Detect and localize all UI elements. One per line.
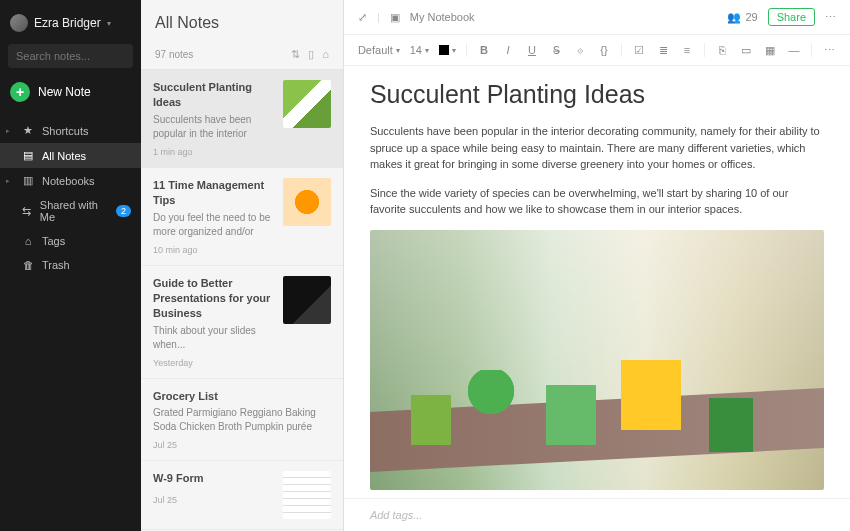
- notes-scroll[interactable]: Succulent Planting Ideas Succulents have…: [141, 70, 343, 531]
- note-item[interactable]: 11 Time Management Tips Do you feel the …: [141, 168, 343, 266]
- color-select[interactable]: ▾: [439, 45, 456, 55]
- plus-icon: +: [10, 82, 30, 102]
- filter-icon[interactable]: ⌂: [322, 48, 329, 61]
- caret-icon: ▸: [6, 177, 14, 185]
- expand-icon[interactable]: ⤢: [358, 11, 367, 24]
- list-header: All Notes: [141, 0, 343, 42]
- paragraph[interactable]: Succulents have been popular in the inte…: [370, 123, 824, 173]
- nav-label: Trash: [42, 259, 70, 271]
- chevron-down-icon: ▾: [452, 46, 456, 55]
- more-format-icon[interactable]: ⋯: [822, 44, 836, 57]
- note-preview: Succulents have been popular in the inte…: [153, 113, 275, 141]
- nav-label: Tags: [42, 235, 65, 247]
- bullet-list-icon[interactable]: ≣: [656, 44, 670, 57]
- color-swatch: [439, 45, 449, 55]
- bold-icon[interactable]: B: [477, 44, 491, 56]
- new-note-label: New Note: [38, 85, 91, 99]
- view-icon[interactable]: ▯: [308, 48, 314, 61]
- nav-label: Shared with Me: [40, 199, 108, 223]
- checklist-icon[interactable]: ☑: [632, 44, 646, 57]
- note-list: All Notes 97 notes ⇅ ▯ ⌂ Succulent Plant…: [141, 0, 344, 531]
- paragraph[interactable]: Since the wide variety of species can be…: [370, 185, 824, 218]
- collaborators[interactable]: 👥 29: [727, 11, 757, 24]
- chevron-down-icon: ▾: [425, 46, 429, 55]
- nav-tags[interactable]: ⌂ Tags: [0, 229, 141, 253]
- table-icon[interactable]: ▦: [763, 44, 777, 57]
- size-select[interactable]: 14 ▾: [410, 44, 429, 56]
- list-subheader: 97 notes ⇅ ▯ ⌂: [141, 42, 343, 70]
- list-title: All Notes: [155, 14, 329, 32]
- note-title: Guide to Better Presentations for your B…: [153, 276, 275, 322]
- note-preview: Think about your slides when...: [153, 324, 275, 352]
- note-item[interactable]: W-9 Form Jul 25: [141, 461, 343, 530]
- search-input[interactable]: [16, 50, 154, 62]
- shared-badge: 2: [116, 205, 131, 217]
- chevron-down-icon: ▾: [396, 46, 400, 55]
- sort-icon[interactable]: ⇅: [291, 48, 300, 61]
- new-note-button[interactable]: + New Note: [10, 82, 131, 102]
- nav-shortcuts[interactable]: ▸ ★ Shortcuts: [0, 118, 141, 143]
- strike-icon[interactable]: S̶: [549, 44, 563, 57]
- avatar: [10, 14, 28, 32]
- link-icon[interactable]: ⟐: [573, 44, 587, 56]
- notebook-name[interactable]: My Notebook: [410, 11, 475, 23]
- nav: ▸ ★ Shortcuts ▤ All Notes ▸ ▥ Notebooks …: [0, 118, 141, 277]
- collab-count: 29: [745, 11, 757, 23]
- code-icon[interactable]: {}: [597, 44, 611, 56]
- note-time: 10 min ago: [153, 245, 275, 255]
- tag-icon: ⌂: [22, 235, 34, 247]
- note-item[interactable]: Grocery List Grated Parmigiano Reggiano …: [141, 379, 343, 461]
- note-title: Succulent Planting Ideas: [153, 80, 275, 111]
- notebook-icon: ▣: [390, 11, 400, 24]
- nav-all-notes[interactable]: ▤ All Notes: [0, 143, 141, 168]
- trash-icon: 🗑: [22, 259, 34, 271]
- underline-icon[interactable]: U: [525, 44, 539, 56]
- tags-input[interactable]: Add tags...: [344, 498, 850, 531]
- note-time: 1 min ago: [153, 147, 275, 157]
- note-title: W-9 Form: [153, 471, 275, 486]
- more-icon[interactable]: ⋯: [825, 11, 836, 24]
- editor-toolbar: Default ▾ 14 ▾ ▾ B I U S̶ ⟐ {} ☑ ≣ ≡ ⎘: [344, 35, 850, 66]
- note-item[interactable]: Succulent Planting Ideas Succulents have…: [141, 70, 343, 168]
- note-item[interactable]: Guide to Better Presentations for your B…: [141, 266, 343, 379]
- user-name: Ezra Bridger: [34, 16, 101, 30]
- nav-label: Notebooks: [42, 175, 95, 187]
- note-preview: Grated Parmigiano Reggiano Baking Soda C…: [153, 406, 331, 434]
- italic-icon[interactable]: I: [501, 44, 515, 56]
- note-time: Jul 25: [153, 440, 331, 450]
- note-icon: ▤: [22, 149, 34, 162]
- search-box[interactable]: ⌕: [8, 44, 133, 68]
- note-thumb: [283, 276, 331, 324]
- note-thumb: [283, 178, 331, 226]
- caret-icon: ▸: [6, 127, 14, 135]
- image-icon[interactable]: ▭: [739, 44, 753, 57]
- editor-pane: ⤢ | ▣ My Notebook 👥 29 Share ⋯ Default ▾…: [344, 0, 850, 531]
- font-select[interactable]: Default ▾: [358, 44, 400, 56]
- editor-body[interactable]: Succulent Planting Ideas Succulents have…: [344, 66, 850, 498]
- star-icon: ★: [22, 124, 34, 137]
- note-time: Yesterday: [153, 358, 275, 368]
- nav-label: Shortcuts: [42, 125, 88, 137]
- editor-topbar: ⤢ | ▣ My Notebook 👥 29 Share ⋯: [344, 0, 850, 35]
- nav-trash[interactable]: 🗑 Trash: [0, 253, 141, 277]
- nav-shared[interactable]: ⇆ Shared with Me 2: [0, 193, 141, 229]
- share-button[interactable]: Share: [768, 8, 815, 26]
- note-title[interactable]: Succulent Planting Ideas: [370, 80, 824, 109]
- nav-label: All Notes: [42, 150, 86, 162]
- divider-icon[interactable]: ―: [787, 44, 801, 56]
- note-title: 11 Time Management Tips: [153, 178, 275, 209]
- sidebar: Ezra Bridger ▾ ⌕ + New Note ▸ ★ Shortcut…: [0, 0, 141, 531]
- attachment-icon[interactable]: ⎘: [715, 44, 729, 56]
- note-thumb: [283, 471, 331, 519]
- people-icon: 👥: [727, 11, 741, 24]
- nav-notebooks[interactable]: ▸ ▥ Notebooks: [0, 168, 141, 193]
- note-thumb: [283, 80, 331, 128]
- chevron-down-icon: ▾: [107, 19, 111, 28]
- notebook-icon: ▥: [22, 174, 34, 187]
- number-list-icon[interactable]: ≡: [680, 44, 694, 56]
- note-preview: Do you feel the need to be more organize…: [153, 211, 275, 239]
- user-menu[interactable]: Ezra Bridger ▾: [0, 8, 141, 38]
- people-icon: ⇆: [21, 205, 32, 218]
- note-image[interactable]: [370, 230, 824, 490]
- note-title: Grocery List: [153, 389, 331, 404]
